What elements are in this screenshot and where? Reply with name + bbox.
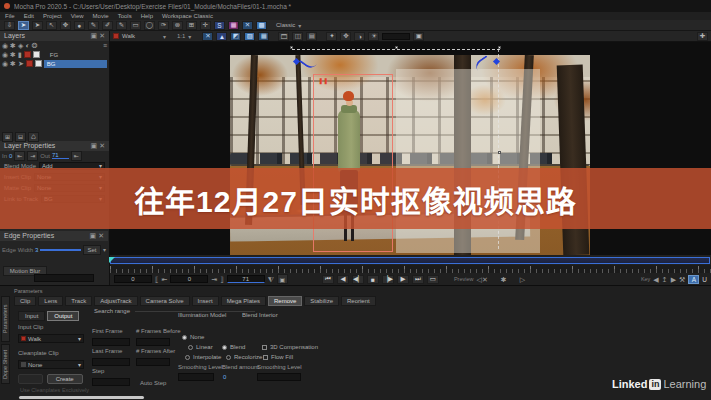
contrast-icon[interactable]: ◑ <box>354 32 365 41</box>
flow-fill-checkbox[interactable]: Flow Fill <box>263 354 293 360</box>
quad-module-icon[interactable]: ▩ <box>256 21 267 30</box>
add-point-tool-icon[interactable]: ✐ <box>102 21 113 30</box>
tab-adjusttrack[interactable]: AdjustTrack <box>94 296 137 306</box>
chevron-down-icon[interactable]: ▾ <box>163 33 166 40</box>
lasso-tool-icon[interactable]: ↖ <box>46 21 57 30</box>
in-frame-field[interactable]: 0 <box>114 275 152 283</box>
show-tangents-icon[interactable]: ◩ <box>230 32 241 41</box>
attach-tool-icon[interactable]: ⊗ <box>172 21 183 30</box>
delete-layer-icon[interactable]: ♺ <box>28 132 39 142</box>
layer-row-bg[interactable]: ◉ ✱ ➤ BG <box>0 59 109 68</box>
cleanplate-clip-select[interactable]: None ▾ <box>18 360 84 369</box>
frames-after-field[interactable] <box>136 358 170 366</box>
menu-edit[interactable]: Edit <box>24 13 34 19</box>
side-tab-dopesheet[interactable]: Dope Sheet <box>1 344 10 384</box>
side-tab-parameters[interactable]: Parameters <box>1 296 10 342</box>
chevron-down-icon[interactable]: ▾ <box>188 33 191 40</box>
layer-row-fg[interactable]: ◉ ✱ ▮ FG <box>0 50 109 59</box>
stop-button[interactable]: ■ <box>367 275 379 284</box>
create-cleanplate-button[interactable]: Create <box>47 374 83 384</box>
frame-range-icon[interactable]: ▣ <box>277 274 288 284</box>
tab-megaplates[interactable]: Mega Plates <box>221 296 266 306</box>
eye-icon[interactable]: ◉ <box>2 51 8 58</box>
smoothing-level-right-field[interactable] <box>257 373 301 381</box>
timeline-range-bar[interactable] <box>110 257 710 264</box>
pin-icon[interactable]: ▣ <box>90 232 97 239</box>
tab-input[interactable]: Input <box>18 311 45 321</box>
tab-track[interactable]: Track <box>65 296 92 306</box>
loop-button[interactable]: ▭ <box>427 275 439 284</box>
lock-icon[interactable]: ◈ <box>18 42 23 49</box>
view-split-icon[interactable]: ◫ <box>292 32 303 41</box>
filter-icon[interactable]: ⧨ <box>268 276 274 283</box>
go-end-button[interactable]: ⏭ <box>412 275 424 284</box>
layer-color-swatch[interactable] <box>26 60 33 67</box>
in-value[interactable]: 0 <box>9 153 12 159</box>
visibility-icon[interactable]: ◉ <box>2 42 8 49</box>
lock-icon[interactable]: ▮ <box>18 51 22 58</box>
first-frame-field[interactable] <box>92 338 130 346</box>
stabilize-view-icon[interactable]: ▣ <box>413 32 424 41</box>
input-clip-select[interactable]: Walk ▾ <box>18 334 84 343</box>
show-grid-icon[interactable]: ▦ <box>258 32 269 41</box>
menu-project[interactable]: Project <box>43 13 62 19</box>
new-layer-icon[interactable]: ⊞ <box>2 132 13 142</box>
delete-key-icon[interactable]: ⚒ <box>679 276 685 283</box>
show-surface-icon[interactable]: ▨ <box>244 32 255 41</box>
menu-tools[interactable]: Tools <box>118 13 132 19</box>
play-reverse-button[interactable]: ◀ <box>337 275 349 284</box>
horizontal-scrollbar[interactable] <box>19 396 144 399</box>
spline-module-icon[interactable]: ✕ <box>242 21 253 30</box>
expand-icon[interactable]: ✚ <box>697 32 708 41</box>
gear-icon[interactable]: ✱ <box>10 51 16 58</box>
rect-tool-icon[interactable]: ▭ <box>130 21 141 30</box>
prev-key-icon[interactable]: ◀ <box>653 276 658 283</box>
surface-handle[interactable] <box>498 151 501 154</box>
surface-handle[interactable] <box>290 46 293 49</box>
next-frame-button[interactable]: ▕▶ <box>382 275 394 284</box>
layer-name-selected[interactable]: BG <box>44 60 107 68</box>
save-icon[interactable]: ⇩ <box>4 21 15 30</box>
matte-icon[interactable]: ◐ <box>25 42 29 49</box>
workspace-dropdown-arrow-icon[interactable]: ▾ <box>298 22 301 29</box>
frames-before-field[interactable] <box>136 338 170 346</box>
last-frame-field[interactable] <box>92 358 130 366</box>
autokey-toggle[interactable]: A <box>688 275 699 284</box>
import-cleanplate-button[interactable] <box>18 374 43 384</box>
grid-module-icon[interactable]: ▦ <box>228 21 239 30</box>
play-button[interactable]: ▶ <box>397 275 409 284</box>
set-in-icon[interactable]: ⟦ <box>155 276 158 283</box>
close-icon[interactable]: ✕ <box>98 232 104 239</box>
edge-width-slider[interactable] <box>40 249 81 251</box>
bezier-tool-icon[interactable]: ✎ <box>116 21 127 30</box>
pan-tool-icon[interactable]: ✥ <box>60 21 71 30</box>
smoothing-level-field[interactable] <box>178 373 214 381</box>
illum-none-radio[interactable]: None <box>182 334 204 340</box>
tab-camerasolve[interactable]: Camera Solve <box>140 296 190 306</box>
edge-extra-field-1[interactable] <box>34 274 94 282</box>
tab-clip[interactable]: Clip <box>14 296 36 306</box>
view-layout-icon[interactable]: 🗖 <box>278 32 289 41</box>
recolorize-radio[interactable]: Recolorize <box>226 354 262 360</box>
eye-icon[interactable]: ◉ <box>2 60 8 67</box>
workspace-dropdown[interactable]: Classic <box>276 22 295 28</box>
move-tool-icon[interactable]: ✛ <box>200 21 211 30</box>
ellipse-tool-icon[interactable]: ◯ <box>144 21 155 30</box>
edge-width-value[interactable]: 3 <box>35 247 38 253</box>
show-splines-icon[interactable]: ✕ <box>202 32 213 41</box>
step-forward-icon[interactable]: ▷ <box>520 276 525 283</box>
render-settings-icon[interactable]: ✱ <box>501 276 507 283</box>
view-stack-icon[interactable]: ▤ <box>306 32 317 41</box>
mute-icon[interactable]: ◁✕ <box>477 276 488 283</box>
group-layer-icon[interactable]: ⊟ <box>15 132 26 142</box>
go-start-button[interactable]: ⏮ <box>322 275 334 284</box>
surface-handle[interactable] <box>498 46 501 49</box>
brightness-icon[interactable]: ☀ <box>368 32 379 41</box>
gear-icon[interactable]: ✱ <box>10 60 16 67</box>
out-set-icon[interactable]: ⇤ <box>71 151 82 161</box>
step-field[interactable] <box>92 378 130 386</box>
prev-frame-button[interactable]: ◀▏ <box>352 275 364 284</box>
gear-icon[interactable]: ✱ <box>10 42 16 49</box>
playhead-marker[interactable] <box>109 257 115 263</box>
viewer-zoom-select[interactable]: 1:1 <box>177 33 185 39</box>
